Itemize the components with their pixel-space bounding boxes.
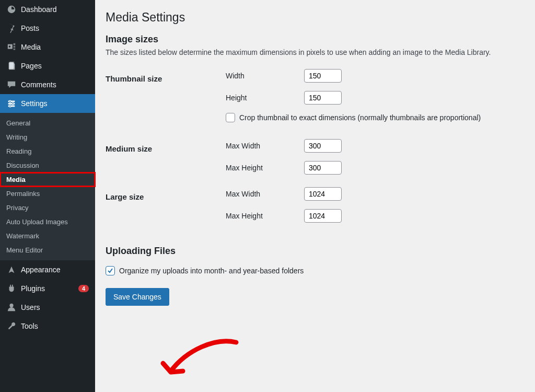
sub-media[interactable]: Media bbox=[0, 172, 95, 187]
menu-tools[interactable]: Tools bbox=[0, 317, 95, 336]
menu-appearance[interactable]: Appearance bbox=[0, 260, 95, 279]
max-width-label: Max Width bbox=[226, 142, 304, 150]
svg-rect-2 bbox=[9, 62, 14, 68]
max-height-label: Max Height bbox=[226, 212, 304, 220]
sub-auto-upload[interactable]: Auto Upload Images bbox=[0, 215, 95, 229]
menu-label: Plugins bbox=[21, 284, 74, 293]
menu-label: Pages bbox=[21, 62, 89, 70]
settings-content: Media Settings Image sizes The sizes lis… bbox=[95, 0, 535, 392]
height-label: Height bbox=[226, 94, 304, 102]
pin-icon bbox=[6, 23, 17, 33]
sub-general[interactable]: General bbox=[0, 116, 95, 130]
crop-thumbnail-checkbox[interactable] bbox=[226, 113, 235, 122]
sub-discussion[interactable]: Discussion bbox=[0, 158, 95, 172]
menu-plugins[interactable]: Plugins 4 bbox=[0, 279, 95, 298]
save-changes-button[interactable]: Save Changes bbox=[106, 288, 169, 306]
svg-point-8 bbox=[9, 105, 11, 107]
max-width-label: Max Width bbox=[226, 190, 304, 198]
uploading-files-heading: Uploading Files bbox=[106, 246, 525, 257]
large-width-input[interactable] bbox=[304, 187, 342, 201]
max-height-label: Max Height bbox=[226, 164, 304, 172]
annotation-arrow-icon bbox=[158, 335, 241, 387]
medium-size-label: Medium size bbox=[106, 139, 226, 183]
medium-height-input[interactable] bbox=[304, 161, 342, 175]
svg-point-6 bbox=[9, 100, 11, 102]
medium-width-input[interactable] bbox=[304, 139, 342, 153]
menu-settings[interactable]: Settings bbox=[0, 94, 95, 113]
menu-dashboard[interactable]: Dashboard bbox=[0, 0, 95, 19]
settings-icon bbox=[6, 98, 17, 109]
pages-icon bbox=[6, 61, 17, 71]
admin-sidebar: Dashboard Posts Media Pages Comments Set… bbox=[0, 0, 95, 392]
settings-submenu: General Writing Reading Discussion Media… bbox=[0, 113, 95, 260]
plugins-icon bbox=[6, 283, 17, 294]
menu-label: Posts bbox=[21, 24, 89, 32]
dashboard-icon bbox=[6, 4, 17, 15]
sub-privacy[interactable]: Privacy bbox=[0, 201, 95, 215]
thumbnail-width-input[interactable] bbox=[304, 69, 342, 83]
menu-label: Comments bbox=[21, 80, 89, 89]
sub-permalinks[interactable]: Permalinks bbox=[0, 187, 95, 201]
image-sizes-heading: Image sizes bbox=[106, 34, 525, 45]
media-icon bbox=[6, 42, 17, 52]
thumbnail-size-label: Thumbnail size bbox=[106, 69, 226, 135]
menu-label: Dashboard bbox=[21, 5, 89, 14]
menu-pages[interactable]: Pages bbox=[0, 56, 95, 75]
menu-label: Appearance bbox=[21, 266, 89, 274]
menu-comments[interactable]: Comments bbox=[0, 75, 95, 94]
large-size-label: Large size bbox=[106, 187, 226, 231]
organize-uploads-label: Organize my uploads into month- and year… bbox=[119, 267, 304, 275]
menu-label: Settings bbox=[21, 99, 89, 108]
menu-label: Users bbox=[21, 303, 89, 312]
large-height-input[interactable] bbox=[304, 209, 342, 223]
plugins-update-badge: 4 bbox=[78, 285, 89, 292]
menu-media[interactable]: Media bbox=[0, 38, 95, 56]
svg-point-9 bbox=[9, 304, 13, 307]
sub-reading[interactable]: Reading bbox=[0, 144, 95, 158]
svg-point-7 bbox=[12, 103, 14, 105]
sub-menu-editor[interactable]: Menu Editor bbox=[0, 243, 95, 257]
menu-label: Tools bbox=[21, 322, 89, 330]
menu-users[interactable]: Users bbox=[0, 298, 95, 317]
comments-icon bbox=[6, 79, 17, 90]
menu-posts[interactable]: Posts bbox=[0, 19, 95, 38]
sub-writing[interactable]: Writing bbox=[0, 130, 95, 144]
image-sizes-description: The sizes listed below determine the max… bbox=[106, 48, 525, 56]
sub-watermark[interactable]: Watermark bbox=[0, 229, 95, 243]
svg-point-0 bbox=[9, 45, 11, 48]
menu-label: Media bbox=[21, 43, 89, 51]
page-title: Media Settings bbox=[106, 10, 525, 25]
crop-thumbnail-label: Crop thumbnail to exact dimensions (norm… bbox=[239, 113, 481, 122]
users-icon bbox=[6, 302, 17, 313]
appearance-icon bbox=[6, 264, 17, 275]
thumbnail-height-input[interactable] bbox=[304, 91, 342, 105]
tools-icon bbox=[6, 321, 17, 331]
width-label: Width bbox=[226, 72, 304, 80]
organize-uploads-checkbox[interactable] bbox=[106, 266, 115, 275]
